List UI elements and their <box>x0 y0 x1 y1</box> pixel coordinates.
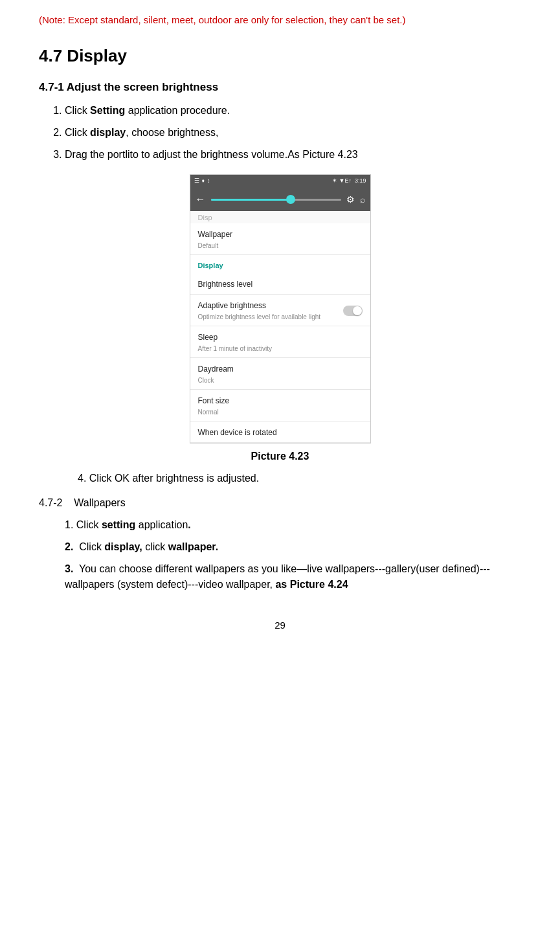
sleep-title: Sleep <box>198 331 363 343</box>
brightness-level-title: Brightness level <box>198 278 363 290</box>
step2-num: 2. <box>65 541 73 552</box>
adaptive-brightness-row: Adaptive brightness Optimize brightness … <box>190 295 370 326</box>
wallpaper-title: Wallpaper <box>198 229 363 240</box>
brightness-knob <box>286 195 295 204</box>
display-section-label: Display <box>190 255 370 274</box>
step-4: 4. Click OK after brightness is adjusted… <box>78 471 521 486</box>
brightness-level-row: Brightness level <box>190 273 370 295</box>
section-title: 4.7 Display <box>39 43 521 69</box>
sleep-row: Sleep After 1 minute of inactivity <box>190 326 370 358</box>
font-size-sub: Normal <box>198 407 363 417</box>
step3-num: 3. <box>65 563 73 574</box>
step2-bold: display <box>90 127 126 138</box>
status-icon2: ♦ <box>202 177 205 186</box>
font-size-title: Font size <box>198 395 363 407</box>
subsection1-title: 4.7-1 Adjust the screen brightness <box>39 79 521 96</box>
setting-bold: setting <box>102 519 135 530</box>
figure-caption: Picture 4.23 <box>251 449 309 464</box>
sleep-sub: After 1 minute of inactivity <box>198 344 363 353</box>
adaptive-brightness-title: Adaptive brightness <box>198 300 343 311</box>
step-3: Drag the portlito to adjust the brightne… <box>65 147 521 163</box>
display-bold: display, <box>104 541 142 552</box>
phone-toolbar: ← ⚙ ⌕ <box>190 188 370 211</box>
brightness-bar-container <box>211 199 341 201</box>
note-text: (Note: Except standard, silent, meet, ou… <box>39 13 521 28</box>
status-icon1: ☰ <box>194 177 199 186</box>
subsection2-step3: 3. You can choose different wallpapers a… <box>65 561 521 592</box>
picture-ref-bold: as Picture 4.24 <box>275 579 348 590</box>
status-icon3: ↕ <box>207 177 210 186</box>
adaptive-brightness-sub: Optimize brightness level for available … <box>198 312 343 322</box>
font-size-row: Font size Normal <box>190 390 370 421</box>
subsection2-title-prefix: 4.7-2 Wallpapers <box>39 497 126 508</box>
daydream-sub: Clock <box>198 376 363 385</box>
adaptive-brightness-text: Adaptive brightness Optimize brightness … <box>198 300 343 322</box>
step1-period-bold: . <box>188 519 190 530</box>
wallpaper-bold: wallpaper. <box>168 541 218 552</box>
figure-container: ☰ ♦ ↕ ✶ ▼E↑ 3:19 ← ⚙ ⌕ Disp <box>39 174 521 464</box>
phone-screenshot: ☰ ♦ ↕ ✶ ▼E↑ 3:19 ← ⚙ ⌕ Disp <box>190 174 371 443</box>
rotate-title: When device is rotated <box>198 427 363 438</box>
wallpaper-sub: Default <box>198 241 363 251</box>
step1-bold: Setting <box>90 105 125 116</box>
subsection2-title: 4.7-2 Wallpapers <box>39 495 521 511</box>
daydream-title: Daydream <box>198 363 363 375</box>
wallpaper-row: Wallpaper Default <box>190 223 370 255</box>
phone-body: Wallpaper Default Display Brightness lev… <box>190 223 370 443</box>
subsection2-step2: 2. Click display, click wallpaper. <box>65 539 521 555</box>
brightness-bar <box>211 199 341 201</box>
phone-status-bar: ☰ ♦ ↕ ✶ ▼E↑ 3:19 <box>190 175 370 188</box>
brightness-settings-icon: ⚙ <box>346 193 355 207</box>
steps-list: Click Setting application procedure. Cli… <box>65 103 521 163</box>
rotate-row: When device is rotated <box>190 421 370 443</box>
display-label-small: Disp <box>190 211 370 223</box>
toggle-knob <box>353 306 362 315</box>
adaptive-brightness-toggle <box>343 306 363 316</box>
subsection2-step1: 1. Click setting application. <box>65 517 521 533</box>
status-right: ✶ ▼E↑ 3:19 <box>332 177 366 186</box>
step-2: Click display, choose brightness, <box>65 125 521 140</box>
back-arrow-icon: ← <box>196 192 206 207</box>
brightness-bar-fill <box>211 199 289 201</box>
page-number: 29 <box>39 618 521 633</box>
search-icon: ⌕ <box>360 193 365 207</box>
status-left: ☰ ♦ ↕ <box>194 177 210 186</box>
step-1: Click Setting application procedure. <box>65 103 521 118</box>
daydream-row: Daydream Clock <box>190 358 370 390</box>
